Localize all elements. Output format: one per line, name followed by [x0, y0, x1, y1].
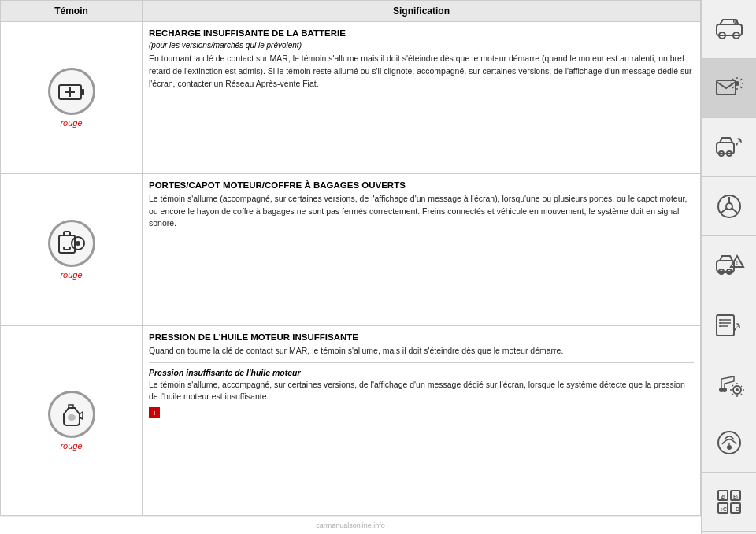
svg-point-43 — [722, 388, 727, 392]
icon-label-2: rouge — [60, 441, 82, 451]
svg-text:B: B — [722, 495, 725, 499]
svg-line-20 — [740, 79, 742, 80]
svg-point-27 — [726, 203, 732, 210]
svg-text:D: D — [736, 506, 739, 512]
maintenance-icon — [713, 309, 745, 340]
svg-point-45 — [736, 388, 739, 391]
car-info-icon: i — [713, 13, 745, 45]
sidebar-item-car-info[interactable]: i — [702, 0, 756, 59]
main-content: Témoin Signification rougeRECHARGE INSUF… — [0, 0, 701, 534]
right-sidebar: i — [701, 0, 756, 534]
signif-extra-subtitle-2: Pression insuffisante de l'huile moteur — [149, 368, 694, 377]
svg-text:A: A — [736, 495, 739, 499]
icon-wrapper-2: rouge — [10, 391, 132, 451]
signif-cell-2: PRESSION DE L'HUILE MOTEUR INSUFFISANTEQ… — [143, 325, 701, 515]
icon-circle-0 — [48, 68, 95, 115]
col-temoin: Témoin — [1, 1, 143, 22]
sidebar-item-index[interactable]: Z B E A J C D — [702, 473, 756, 532]
icon-cell-2: rouge — [1, 325, 143, 515]
icon-wrapper-1: rouge — [10, 220, 132, 280]
settings-icon — [713, 368, 745, 399]
svg-text:C: C — [723, 506, 727, 512]
signif-divider-2 — [149, 362, 694, 363]
sidebar-item-media[interactable] — [702, 413, 756, 473]
icon-wrapper-0: rouge — [10, 68, 132, 128]
info-table: Témoin Signification rougeRECHARGE INSUF… — [0, 0, 701, 516]
signif-body-1: Le témoin s'allume (accompagné, sur cert… — [149, 193, 694, 230]
sidebar-item-warning-light[interactable] — [702, 59, 756, 118]
signif-body-2: Quand on tourne la clé de contact sur MA… — [149, 345, 694, 358]
icon-cell-0: rouge — [1, 22, 143, 174]
note-box-2: i — [149, 406, 160, 418]
signif-title-0: RECHARGE INSUFFISANTE DE LA BATTERIE — [149, 28, 694, 38]
svg-point-40 — [719, 322, 721, 324]
signif-cell-1: PORTES/CAPOT MOTEUR/COFFRE À BAGAGES OUV… — [143, 173, 701, 325]
svg-rect-1 — [81, 89, 84, 95]
svg-point-6 — [76, 241, 80, 246]
signif-cell-0: RECHARGE INSUFFISANTE DE LA BATTERIE(pou… — [143, 22, 701, 174]
signif-title-1: PORTES/CAPOT MOTEUR/COFFRE À BAGAGES OUV… — [149, 180, 694, 190]
sidebar-item-service[interactable] — [702, 118, 756, 177]
svg-line-21 — [732, 87, 734, 88]
icon-cell-1: rouge — [1, 173, 143, 325]
sidebar-item-settings[interactable] — [702, 354, 756, 413]
signif-subtitle-prefix-0: (pour les versions/marchés qui le prévoi… — [149, 41, 694, 50]
svg-rect-35 — [717, 315, 734, 336]
note-icon-2: i — [149, 407, 160, 418]
icon-circle-1 — [48, 220, 95, 267]
sidebar-item-steering[interactable] — [702, 177, 756, 236]
svg-point-14 — [735, 81, 739, 86]
icon-circle-2 — [48, 391, 95, 438]
svg-point-7 — [68, 414, 76, 421]
svg-point-39 — [719, 319, 721, 321]
svg-point-47 — [727, 445, 732, 450]
icon-label-0: rouge — [60, 118, 82, 128]
index-icon: Z B E A J C D — [713, 486, 745, 517]
icon-label-1: rouge — [60, 270, 82, 280]
svg-line-22 — [740, 87, 742, 88]
sidebar-item-maintenance[interactable] — [702, 295, 756, 354]
media-icon — [713, 427, 745, 458]
service-icon — [713, 132, 745, 163]
signif-title-2: PRESSION DE L'HUILE MOTEUR INSUFFISANTE — [149, 332, 694, 342]
steering-icon — [713, 191, 745, 222]
svg-point-41 — [719, 325, 721, 327]
col-signification: Signification — [143, 1, 701, 22]
svg-line-29 — [732, 209, 737, 213]
watermark: carmanualsonline.info — [0, 516, 701, 534]
svg-text:!: ! — [736, 260, 737, 265]
warning-light-icon — [713, 72, 745, 104]
hazard-icon: ! — [713, 250, 745, 281]
svg-line-30 — [721, 209, 727, 213]
sidebar-item-hazard[interactable]: ! — [702, 236, 756, 295]
signif-body-0: En tournant la clé de contact sur MAR, l… — [149, 53, 694, 90]
signif-extra-body-2: Le témoin s'allume, accompagné, sur cert… — [149, 379, 694, 404]
